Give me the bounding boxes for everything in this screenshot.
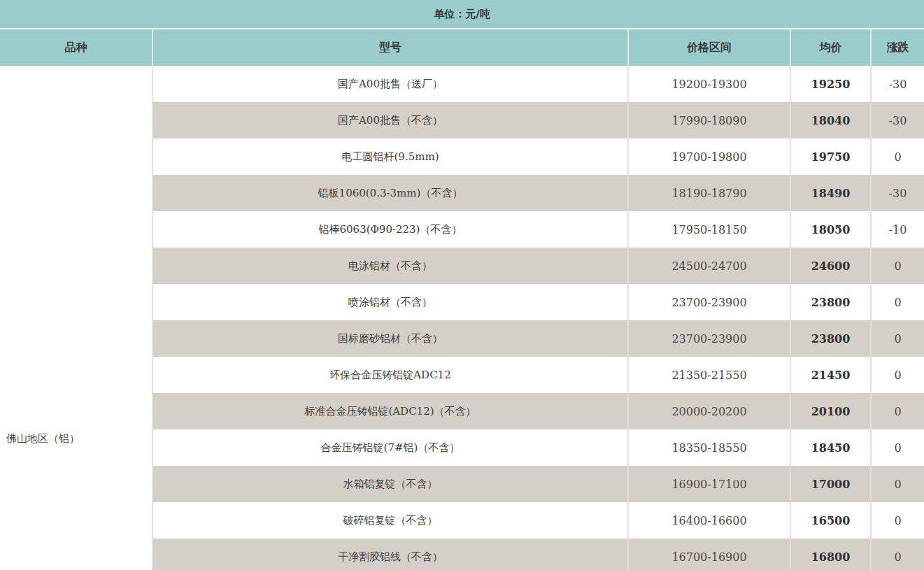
avg-price-cell: 23800 — [790, 284, 871, 320]
change-cell: 0 — [871, 284, 924, 320]
change-cell: 0 — [871, 429, 924, 466]
change-cell: 0 — [871, 248, 924, 284]
change-cell: 0 — [871, 393, 924, 429]
table-header-row: 品种 型号 价格区间 均价 涨跌 — [0, 29, 924, 66]
table-row: 佛山地区（铝） 国产A00批售（送厂） 19200-19300 19250 -3… — [0, 66, 924, 102]
price-range-cell: 18190-18790 — [628, 175, 790, 211]
avg-price-cell: 23800 — [790, 320, 871, 357]
model-cell: 国标磨砂铝材（不含） — [152, 320, 628, 357]
price-range-cell: 19200-19300 — [628, 66, 790, 102]
change-cell: 0 — [871, 357, 924, 393]
change-cell: 0 — [871, 138, 924, 175]
avg-price-cell: 18040 — [790, 102, 871, 138]
model-cell: 破碎铝复锭（不含） — [152, 502, 628, 539]
avg-price-cell: 21450 — [790, 357, 871, 393]
price-range-cell: 19700-19800 — [628, 138, 790, 175]
avg-price-cell: 17000 — [790, 466, 871, 502]
col-header-variety: 品种 — [0, 29, 152, 66]
price-range-cell: 16900-17100 — [628, 466, 790, 502]
price-table-page: 单位：元/吨 品种 型号 价格区间 均价 涨跌 佛山地区（铝） 国产A00批售（… — [0, 0, 924, 570]
change-cell: -30 — [871, 66, 924, 102]
unit-bar: 单位：元/吨 — [0, 0, 924, 28]
change-cell: 0 — [871, 502, 924, 539]
model-cell: 国产A00批售（不含） — [152, 102, 628, 138]
unit-label: 单位：元/吨 — [434, 8, 490, 21]
model-cell: 电工圆铝杆(9.5mm) — [152, 138, 628, 175]
aluminum-price-table: 品种 型号 价格区间 均价 涨跌 佛山地区（铝） 国产A00批售（送厂） 192… — [0, 29, 924, 570]
change-cell: 0 — [871, 539, 924, 570]
avg-price-cell: 20100 — [790, 393, 871, 429]
change-cell: 0 — [871, 320, 924, 357]
price-range-cell: 20000-20200 — [628, 393, 790, 429]
avg-price-cell: 18050 — [790, 211, 871, 248]
change-cell: -30 — [871, 175, 924, 211]
model-cell: 环保合金压铸铝锭ADC12 — [152, 357, 628, 393]
price-range-cell: 24500-24700 — [628, 248, 790, 284]
avg-price-cell: 18490 — [790, 175, 871, 211]
col-header-avg-price: 均价 — [790, 29, 871, 66]
model-cell: 水箱铝复锭（不含） — [152, 466, 628, 502]
model-cell: 喷涂铝材（不含） — [152, 284, 628, 320]
model-cell: 标准合金压铸铝锭(ADC12)（不含） — [152, 393, 628, 429]
avg-price-cell: 19250 — [790, 66, 871, 102]
model-cell: 铝板1060(0.3-3mm)（不含） — [152, 175, 628, 211]
region-cell: 佛山地区（铝） — [0, 66, 152, 570]
model-cell: 电泳铝材（不含） — [152, 248, 628, 284]
avg-price-cell: 24600 — [790, 248, 871, 284]
price-range-cell: 23700-23900 — [628, 320, 790, 357]
price-range-cell: 16700-16900 — [628, 539, 790, 570]
avg-price-cell: 16500 — [790, 502, 871, 539]
change-cell: 0 — [871, 466, 924, 502]
price-range-cell: 16400-16600 — [628, 502, 790, 539]
model-cell: 干净割胶铝线（不含） — [152, 539, 628, 570]
price-range-cell: 21350-21550 — [628, 357, 790, 393]
avg-price-cell: 18450 — [790, 429, 871, 466]
model-cell: 合金压铸铝锭(7#铝)（不含） — [152, 429, 628, 466]
change-cell: -30 — [871, 102, 924, 138]
price-range-cell: 17990-18090 — [628, 102, 790, 138]
avg-price-cell: 19750 — [790, 138, 871, 175]
col-header-price-range: 价格区间 — [628, 29, 790, 66]
avg-price-cell: 16800 — [790, 539, 871, 570]
col-header-change: 涨跌 — [871, 29, 924, 66]
model-cell: 铝棒6063(Φ90-223)（不含） — [152, 211, 628, 248]
price-range-cell: 23700-23900 — [628, 284, 790, 320]
price-range-cell: 18350-18550 — [628, 429, 790, 466]
change-cell: -10 — [871, 211, 924, 248]
model-cell: 国产A00批售（送厂） — [152, 66, 628, 102]
col-header-model: 型号 — [152, 29, 628, 66]
price-range-cell: 17950-18150 — [628, 211, 790, 248]
region-label: 佛山地区（铝） — [0, 432, 152, 446]
